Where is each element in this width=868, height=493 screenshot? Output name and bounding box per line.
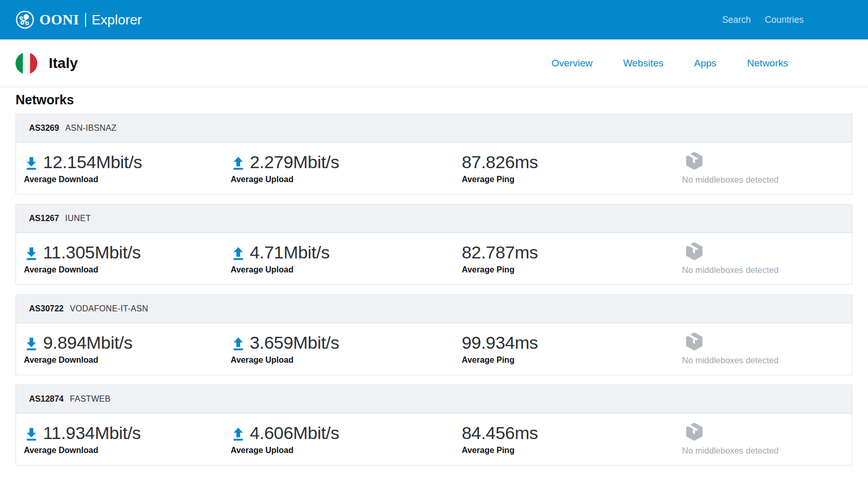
middlebox-status-text: No middleboxes detected	[682, 175, 852, 185]
stat-average-ping: 87.826ms Average Ping	[401, 153, 632, 194]
download-value-row: 12.154Mbit/s	[24, 153, 194, 171]
stat-average-download: 9.894Mbit/s Average Download	[16, 333, 194, 375]
search-link[interactable]: Search	[722, 15, 751, 25]
brand-subtitle[interactable]: Explorer	[92, 12, 142, 28]
upload-value-row: 4.606Mbit/s	[231, 423, 401, 442]
download-arrow-icon	[24, 155, 39, 170]
network-card: AS1267 IUNET 11.305Mbit/s Average Downlo…	[16, 204, 852, 285]
stat-average-upload: 3.659Mbit/s Average Upload	[194, 333, 401, 375]
download-arrow-icon	[24, 336, 39, 351]
country-nav: Overview Websites Apps Networks	[552, 58, 788, 69]
middlebox-status-text: No middleboxes detected	[682, 265, 852, 275]
tab-apps[interactable]: Apps	[694, 58, 717, 69]
download-label: Average Download	[24, 446, 194, 455]
stat-average-ping: 99.934ms Average Ping	[401, 333, 632, 375]
download-label: Average Download	[24, 355, 194, 365]
country-title: Italy	[49, 55, 78, 72]
stat-average-upload: 4.606Mbit/s Average Upload	[194, 423, 401, 465]
asn-number: AS3269	[29, 124, 59, 133]
download-arrow-icon	[24, 426, 39, 441]
network-card-header[interactable]: AS12874 FASTWEB	[16, 385, 852, 414]
ping-value: 87.826ms	[462, 153, 538, 171]
network-card-body: 11.934Mbit/s Average Download 4.606Mbit/…	[16, 414, 852, 465]
upload-arrow-icon	[231, 155, 246, 170]
download-value-row: 11.934Mbit/s	[24, 423, 194, 442]
upload-value-row: 4.71Mbit/s	[231, 243, 401, 262]
network-card-header[interactable]: AS30722 VODAFONE-IT-ASN	[16, 295, 852, 323]
brand-name[interactable]: OONI	[39, 11, 79, 28]
italy-flag-icon	[16, 52, 37, 74]
ping-value: 99.934ms	[462, 333, 538, 352]
asn-number: AS1267	[29, 214, 59, 223]
download-value: 12.154Mbit/s	[43, 153, 142, 171]
ping-label: Average Ping	[462, 175, 632, 184]
network-card: AS3269 ASN-IBSNAZ 12.154Mbit/s Average D…	[16, 114, 852, 195]
ping-value-row: 82.787ms	[462, 243, 632, 262]
upload-value-row: 3.659Mbit/s	[231, 333, 401, 352]
ping-value: 84.456ms	[462, 423, 538, 442]
download-value-row: 9.894Mbit/s	[24, 333, 194, 352]
upload-value: 3.659Mbit/s	[250, 333, 339, 352]
package-box-icon	[684, 150, 705, 172]
country-header: Italy Overview Websites Apps Networks	[0, 39, 868, 87]
upload-value: 2.279Mbit/s	[250, 153, 339, 171]
network-card-header[interactable]: AS1267 IUNET	[16, 204, 852, 233]
top-navbar: OONI Explorer Search Countries	[0, 0, 868, 39]
stat-average-download: 11.305Mbit/s Average Download	[16, 243, 194, 284]
section-title-networks: Networks	[16, 92, 852, 107]
middlebox-icon-row	[682, 150, 852, 172]
package-box-icon	[684, 240, 705, 262]
topbar-links: Search Countries	[722, 15, 804, 25]
tab-overview[interactable]: Overview	[552, 58, 593, 69]
download-label: Average Download	[24, 265, 194, 275]
upload-value: 4.606Mbit/s	[250, 423, 339, 442]
tab-websites[interactable]: Websites	[623, 58, 664, 69]
upload-value: 4.71Mbit/s	[250, 243, 330, 262]
asn-number: AS12874	[29, 394, 64, 404]
stat-average-download: 11.934Mbit/s Average Download	[16, 423, 194, 465]
asn-name: ASN-IBSNAZ	[65, 124, 117, 133]
stat-average-upload: 4.71Mbit/s Average Upload	[194, 243, 401, 284]
package-box-icon	[684, 421, 705, 443]
middlebox-status-text: No middleboxes detected	[682, 446, 852, 456]
download-value-row: 11.305Mbit/s	[24, 243, 194, 262]
upload-label: Average Upload	[231, 175, 401, 184]
brand-separator	[85, 13, 86, 27]
main-content: Networks AS3269 ASN-IBSNAZ 12.154Mbit/s …	[0, 92, 868, 465]
download-value: 9.894Mbit/s	[43, 333, 132, 352]
countries-link[interactable]: Countries	[765, 15, 804, 25]
middlebox-icon-row	[682, 421, 852, 443]
package-box-icon	[684, 331, 705, 352]
asn-name: VODAFONE-IT-ASN	[70, 304, 148, 313]
ping-label: Average Ping	[462, 265, 632, 275]
upload-label: Average Upload	[231, 355, 401, 365]
upload-value-row: 2.279Mbit/s	[231, 153, 401, 171]
upload-arrow-icon	[231, 426, 246, 441]
network-card-body: 9.894Mbit/s Average Download 3.659Mbit/s…	[16, 323, 852, 375]
middlebox-icon-row	[682, 240, 852, 262]
asn-name: IUNET	[65, 214, 91, 223]
stat-average-ping: 82.787ms Average Ping	[401, 243, 632, 284]
upload-label: Average Upload	[231, 265, 401, 275]
ping-label: Average Ping	[462, 446, 632, 455]
download-label: Average Download	[24, 175, 194, 184]
tab-networks[interactable]: Networks	[747, 58, 788, 69]
upload-arrow-icon	[231, 336, 246, 351]
network-card-body: 11.305Mbit/s Average Download 4.71Mbit/s…	[16, 233, 852, 284]
upload-arrow-icon	[231, 245, 246, 261]
stat-middlebox: No middleboxes detected	[632, 333, 852, 375]
asn-name: FASTWEB	[70, 394, 111, 404]
network-card-header[interactable]: AS3269 ASN-IBSNAZ	[16, 114, 852, 143]
stat-average-download: 12.154Mbit/s Average Download	[16, 153, 194, 194]
network-card: AS30722 VODAFONE-IT-ASN 9.894Mbit/s Aver…	[16, 294, 852, 375]
network-card: AS12874 FASTWEB 11.934Mbit/s Average Dow…	[16, 385, 852, 465]
upload-label: Average Upload	[231, 446, 401, 455]
network-list: AS3269 ASN-IBSNAZ 12.154Mbit/s Average D…	[16, 114, 852, 465]
download-value: 11.934Mbit/s	[43, 423, 141, 442]
middlebox-status-text: No middleboxes detected	[682, 355, 852, 365]
ping-value-row: 99.934ms	[462, 333, 632, 352]
ping-value-row: 84.456ms	[462, 423, 632, 442]
ooni-octopus-logo-icon[interactable]	[16, 10, 34, 29]
stat-average-ping: 84.456ms Average Ping	[401, 423, 632, 465]
stat-average-upload: 2.279Mbit/s Average Upload	[194, 153, 401, 194]
